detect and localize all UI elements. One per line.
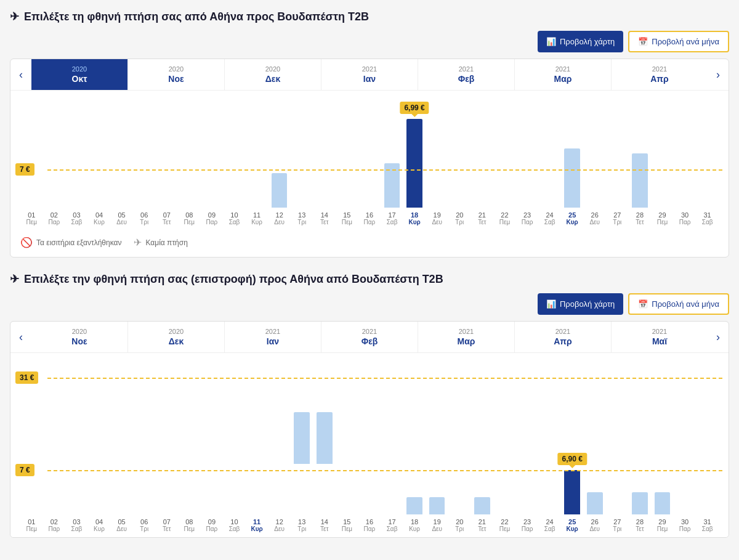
bar-col-bottom[interactable] [201,465,224,514]
bar-col[interactable] [448,109,471,208]
bar-col-top[interactable] [426,390,448,464]
bar-col[interactable] [358,109,381,208]
bar-col-bottom[interactable] [629,465,652,514]
bar-col[interactable] [88,109,111,208]
bar-col-top[interactable] [223,390,246,464]
bar-col-bottom[interactable] [583,465,606,514]
bar-col-bottom[interactable] [223,465,246,514]
bar-col-bottom[interactable] [471,465,494,514]
bar-col-top[interactable] [178,390,201,464]
bar-col[interactable] [268,109,291,208]
month-item[interactable]: 2021Φεβ [321,322,418,352]
bar-col[interactable] [336,109,358,208]
month-item[interactable]: 2020Νοε [31,322,128,352]
month-item[interactable]: 2020Νοε [128,59,225,90]
bar-col-bottom[interactable] [696,465,719,514]
bar-col-bottom[interactable] [448,465,471,514]
month-item[interactable]: 2021Μαρ [418,322,515,352]
bar-col-bottom[interactable] [516,465,539,514]
bar-col-top[interactable] [629,390,652,464]
bar-col[interactable] [674,109,697,208]
bar-col[interactable] [133,109,156,208]
bar-col[interactable] [201,109,224,208]
section1-monthly-button[interactable]: 📅 Προβολή ανά μήνα [628,31,729,52]
bar-col-top[interactable] [65,390,88,464]
bar-col-top[interactable] [43,390,66,464]
bar-col-bottom[interactable]: 6,90 € [561,465,584,514]
bar-col-bottom[interactable] [606,465,629,514]
bar-col[interactable] [291,109,313,208]
bar-col-top[interactable] [358,390,381,464]
month-item[interactable]: 2021Ιαν [225,322,321,352]
bar-col-top[interactable] [133,390,156,464]
bar-col-top[interactable] [403,390,426,464]
bar-col[interactable] [561,109,584,208]
bar-col[interactable] [606,109,629,208]
bar-col[interactable] [155,109,178,208]
bar-col[interactable] [516,109,539,208]
bar-col-top[interactable] [381,390,403,464]
bar-col-top[interactable] [155,390,178,464]
month-item[interactable]: 2021Μαρ [515,59,612,90]
bar-col-bottom[interactable] [403,465,426,514]
section2-prev-arrow[interactable]: ‹ [10,322,31,352]
bar-col-bottom[interactable] [313,465,336,514]
month-item[interactable]: 2020Οκτ [31,59,128,90]
bar-col-bottom[interactable] [133,465,156,514]
month-item[interactable]: 2021Απρ [612,59,708,90]
bar-col[interactable] [65,109,88,208]
bar-col[interactable] [426,109,448,208]
bar-col-top[interactable] [20,390,43,464]
bar-col-bottom[interactable] [110,465,133,514]
bar-col[interactable] [583,109,606,208]
bar-col-top[interactable] [313,390,336,464]
bar-col-top[interactable] [674,390,697,464]
section1-chart-button[interactable]: 📊 Προβολή χάρτη [538,31,623,52]
bar-col-bottom[interactable] [426,465,448,514]
bar-col-bottom[interactable] [268,465,291,514]
bar-col[interactable] [313,109,336,208]
bar-col-top[interactable] [201,390,224,464]
bar-col[interactable] [381,109,403,208]
bar-col-bottom[interactable] [155,465,178,514]
bar-col-top[interactable] [696,390,719,464]
bar-col[interactable] [178,109,201,208]
month-item[interactable]: 2020Δεκ [225,59,321,90]
month-item[interactable]: 2020Δεκ [128,322,225,352]
bar-col-bottom[interactable] [493,465,516,514]
bar-col[interactable] [629,109,652,208]
bar-col-bottom[interactable] [651,465,674,514]
section2-next-arrow[interactable]: › [708,322,729,352]
bar-col-top[interactable] [110,390,133,464]
bar-col[interactable] [696,109,719,208]
bar-col-top[interactable] [471,390,494,464]
bar-col-top[interactable] [268,390,291,464]
bar-col-bottom[interactable] [65,465,88,514]
bar-col-bottom[interactable] [336,465,358,514]
month-item[interactable]: 2021Απρ [515,322,612,352]
bar-col[interactable] [651,109,674,208]
month-item[interactable]: 2021Μαϊ [612,322,708,352]
bar-col[interactable] [471,109,494,208]
section1-prev-arrow[interactable]: ‹ [10,59,31,90]
bar-col[interactable] [110,109,133,208]
bar-col-bottom[interactable] [43,465,66,514]
bar-col[interactable] [246,109,269,208]
bar-col[interactable]: 6,99 € [403,109,426,208]
bar-col-top[interactable] [336,390,358,464]
bar-col-top[interactable] [606,390,629,464]
section2-chart-button[interactable]: 📊 Προβολή χάρτη [538,293,623,315]
bar-col-bottom[interactable] [178,465,201,514]
bar-col-bottom[interactable] [358,465,381,514]
bar-col-bottom[interactable] [381,465,403,514]
bar-col[interactable] [493,109,516,208]
bar-col-bottom[interactable] [246,465,269,514]
section1-next-arrow[interactable]: › [708,59,729,90]
bar-col-top[interactable] [493,390,516,464]
bar-col-bottom[interactable] [291,465,313,514]
bar-col-bottom[interactable] [88,465,111,514]
month-item[interactable]: 2021Φεβ [418,59,515,90]
bar-col-top[interactable] [291,390,313,464]
section2-monthly-button[interactable]: 📅 Προβολή ανά μήνα [628,293,729,315]
bar-col[interactable] [43,109,66,208]
